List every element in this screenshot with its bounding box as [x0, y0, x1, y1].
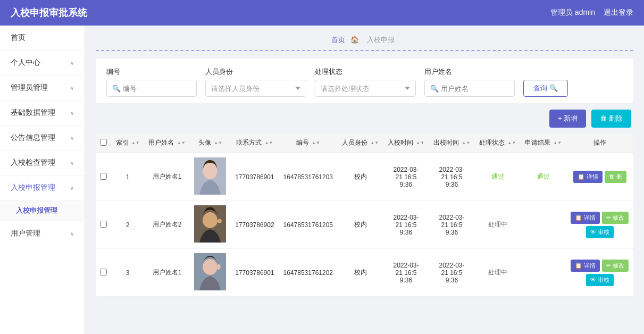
review-button[interactable]: 👁 审核 [586, 274, 614, 286]
cell-entry-time: 2022-03-21 16:59:36 [383, 249, 429, 297]
filter-label-identity: 人员身份 [205, 67, 306, 77]
filter-field-username: 用户姓名 [424, 67, 515, 97]
cell-ops: 📋 详情 ✏ 修改 👁 审核 [566, 201, 633, 249]
select-all-checkbox[interactable] [100, 139, 107, 146]
cell-avatar [190, 153, 231, 201]
cell-entry-time: 2022-03-21 16:59:36 [383, 201, 429, 249]
header-right: 管理员 admin 退出登录 [550, 8, 633, 18]
sidebar-item-entry-check[interactable]: 入校检查管理 ∨ [0, 151, 85, 176]
col-index: 索引 ▲▼ [111, 133, 144, 153]
sort-icon: ▲▼ [416, 141, 424, 145]
sort-icon: ▲▼ [507, 141, 516, 145]
cell-status: 通过 [475, 153, 521, 201]
cell-code: 16478531761202 [279, 249, 337, 297]
cell-result [521, 201, 566, 249]
table-row: 1 用户姓名1 17 [96, 153, 633, 201]
row-checkbox[interactable] [100, 269, 107, 275]
chevron-icon: ∨ [70, 135, 74, 141]
chevron-icon: ∨ [70, 231, 74, 237]
breadcrumb-separator: 🏠 [350, 36, 361, 44]
cell-result: 通过 [521, 153, 566, 201]
search-input-code[interactable] [106, 80, 197, 97]
cell-identity: 校内 [338, 153, 383, 201]
breadcrumb-current: 入校申报 [367, 36, 395, 44]
sidebar-item-user[interactable]: 用户管理 ∨ [0, 221, 85, 246]
table-row: 2 用户姓名2 [96, 201, 633, 249]
cell-result [521, 249, 566, 297]
filter-label-status: 处理状态 [315, 67, 416, 77]
sort-icon: ▲▼ [214, 141, 222, 145]
sort-icon: ▲▼ [265, 141, 273, 145]
data-table-wrap: 索引 ▲▼ 用户姓名 ▲▼ 头像 ▲▼ 联系方式 ▲▼ 编号 ▲▼ 人员身份 ▲… [96, 133, 633, 297]
breadcrumb: 首页 🏠 入校申报 [96, 32, 633, 51]
delete-button[interactable]: 🗑 删 [605, 171, 626, 183]
sort-icon: ▲▼ [462, 141, 470, 145]
cell-code: 16478531761203 [279, 153, 337, 201]
sidebar: 首页 个人中心 ∨ 管理员管理 ∨ 基础数据管理 ∨ 公告信息管理 ∨ 入校检查… [0, 26, 85, 334]
col-result: 申请结果 ▲▼ [521, 133, 566, 153]
chevron-icon: ∧ [70, 185, 74, 191]
logout-link[interactable]: 退出登录 [604, 8, 633, 18]
row-checkbox[interactable] [100, 173, 107, 180]
cell-index: 2 [111, 201, 144, 249]
ops-row: 📋 详情 ✏ 修改 [571, 260, 629, 272]
add-button[interactable]: + 新增 [549, 110, 586, 128]
sidebar-item-basic-data[interactable]: 基础数据管理 ∨ [0, 101, 85, 126]
filter-panel: 编号 人员身份 请选择人员身份 校内 校外 处理状态 请选择处理状态 通过 [96, 59, 633, 103]
filter-field-status: 处理状态 请选择处理状态 通过 处理中 拒绝 [315, 67, 416, 97]
sort-icon: ▲▼ [370, 141, 379, 145]
filter-row: 编号 人员身份 请选择人员身份 校内 校外 处理状态 请选择处理状态 通过 [106, 67, 623, 97]
cell-avatar [190, 249, 231, 297]
modify-button[interactable]: ✏ 修改 [602, 212, 629, 224]
select-identity[interactable]: 请选择人员身份 校内 校外 [205, 80, 306, 97]
detail-button[interactable]: 📋 详情 [571, 260, 600, 272]
svg-point-3 [203, 212, 218, 228]
admin-label: 管理员 admin [550, 8, 595, 18]
detail-button[interactable]: 📋 详情 [573, 171, 603, 183]
app-title: 入校申报审批系统 [11, 6, 87, 19]
app-body: 首页 个人中心 ∨ 管理员管理 ∨ 基础数据管理 ∨ 公告信息管理 ∨ 入校检查… [0, 26, 644, 334]
avatar [194, 157, 226, 195]
query-button[interactable]: 查询 🔍 [523, 80, 568, 97]
col-ops: 操作 [566, 133, 633, 153]
cell-code: 16478531761205 [279, 201, 337, 249]
cell-exit-time: 2022-03-21 16:59:36 [429, 201, 475, 249]
avatar [194, 205, 226, 243]
col-status: 处理状态 ▲▼ [475, 133, 521, 153]
col-exit-time: 出校时间 ▲▼ [429, 133, 475, 153]
sidebar-item-announcement[interactable]: 公告信息管理 ∨ [0, 126, 85, 151]
modify-button[interactable]: ✏ 修改 [602, 260, 629, 272]
cell-ops: 📋 详情 ✏ 修改 👁 审核 [566, 249, 633, 297]
main-content: 首页 🏠 入校申报 编号 人员身份 请选择人员身份 校内 校外 [85, 26, 644, 334]
sidebar-item-home[interactable]: 首页 [0, 26, 85, 51]
app-header: 入校申报审批系统 管理员 admin 退出登录 [0, 0, 644, 26]
ops-container: 📋 详情 ✏ 修改 👁 审核 [571, 260, 629, 286]
col-avatar: 头像 ▲▼ [190, 133, 231, 153]
row-checkbox[interactable] [100, 221, 107, 228]
sort-icon: ▲▼ [553, 141, 562, 145]
chevron-icon: ∨ [70, 160, 74, 166]
action-bar: + 新增 🗑 删除 [96, 110, 633, 128]
col-entry-time: 入校时间 ▲▼ [383, 133, 429, 153]
data-table: 索引 ▲▼ 用户姓名 ▲▼ 头像 ▲▼ 联系方式 ▲▼ 编号 ▲▼ 人员身份 ▲… [96, 133, 633, 297]
search-input-username[interactable] [424, 80, 515, 97]
sidebar-item-admin[interactable]: 管理员管理 ∨ [0, 76, 85, 101]
sidebar-sub-item-entry-report-mgmt[interactable]: 入校申报管理 [0, 201, 85, 221]
filter-label-username: 用户姓名 [424, 67, 515, 77]
detail-button[interactable]: 📋 详情 [571, 212, 600, 224]
col-username: 用户姓名 ▲▼ [144, 133, 190, 153]
review-button[interactable]: 👁 审核 [586, 226, 614, 238]
cell-status: 处理中 [475, 249, 521, 297]
sidebar-item-personal[interactable]: 个人中心 ∨ [0, 51, 85, 76]
select-status[interactable]: 请选择处理状态 通过 处理中 拒绝 [315, 80, 416, 97]
cell-index: 3 [111, 249, 144, 297]
cell-username: 用户姓名1 [144, 153, 190, 201]
filter-label-code: 编号 [106, 67, 197, 77]
filter-field-query: 查询 🔍 [523, 69, 568, 97]
sidebar-item-entry-report[interactable]: 入校申报管理 ∧ [0, 176, 85, 201]
batch-delete-button[interactable]: 🗑 删除 [591, 110, 631, 128]
cell-phone: 17703786901 [231, 153, 279, 201]
cell-username: 用户姓名1 [144, 249, 190, 297]
cell-status: 处理中 [475, 201, 521, 249]
breadcrumb-home[interactable]: 首页 [331, 36, 345, 44]
